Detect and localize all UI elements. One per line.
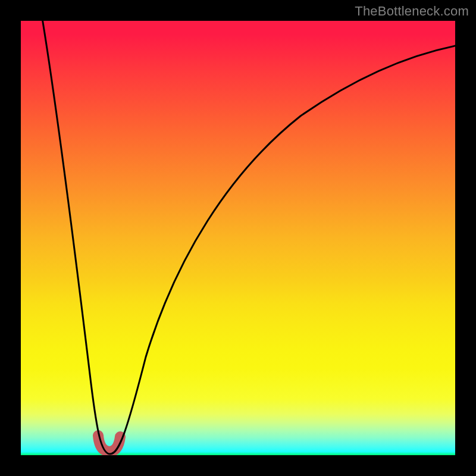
watermark-text: TheBottleneck.com — [355, 4, 469, 19]
plot-area — [21, 21, 455, 455]
bottleneck-curve — [42, 21, 455, 454]
curve-svg — [21, 21, 455, 455]
chart-frame: TheBottleneck.com — [0, 0, 476, 476]
